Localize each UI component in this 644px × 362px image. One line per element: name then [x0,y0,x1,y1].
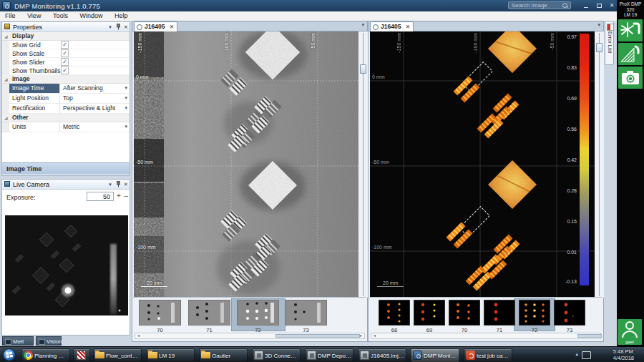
chevron-down-icon[interactable]: ▾ [125,105,127,111]
taskbar-item-flow-control[interactable]: Flow_control-FA... [93,348,142,362]
pin-icon[interactable] [114,181,122,187]
tab-j16405-gray[interactable]: J16405 ✕ [134,21,177,31]
chevron-down-icon[interactable]: ▾ [125,85,127,91]
show-thumbnails-checkbox[interactable]: ✓ [61,67,69,74]
close-tab-icon[interactable]: ✕ [170,24,174,30]
search-input[interactable] [508,1,571,9]
thumbnail-layer-71[interactable] [484,300,515,326]
laser-status-button[interactable] [618,19,643,41]
colorbar-label: 0.28 [557,188,577,193]
thumbnail-layer-70[interactable] [449,300,480,326]
property-status-bar: Image Time [2,162,130,175]
show-grid-checkbox[interactable]: ✓ [61,41,69,49]
rectification-mode-select[interactable]: Perspective & Light [59,104,131,113]
ruler-left-label: -100 mm [372,245,392,250]
tab-j16405-heat[interactable]: J16405 ✕ [370,21,414,31]
menu-view[interactable]: View [22,11,46,20]
taskbar-item-dmp-monitoring[interactable]: DMP Monitoring ... [411,348,459,362]
scroll-left-icon[interactable]: ◄ [137,333,140,338]
tab-melt-pool[interactable]: Melt Pool [2,336,34,346]
show-scale-checkbox[interactable]: ✓ [61,49,69,57]
tab-vision[interactable]: Vision [36,336,62,346]
scroll-left-icon[interactable]: ◄ [373,333,376,338]
close-window-button[interactable]: ✕ [607,1,617,9]
recoater-status-button[interactable] [618,43,643,65]
live-camera-panel: Live Camera ▾ ✕ Exposure: 50 + – [1,179,130,336]
section-image[interactable]: ◢Image [2,75,130,84]
light-position-select[interactable]: Top [59,94,131,103]
scrollbar-thumb[interactable] [275,334,360,338]
taskbar-item-gautier[interactable]: Gautier [199,348,248,362]
section-other[interactable]: ◢Other [2,114,130,122]
pane-options-icon[interactable]: ▾ [361,22,364,28]
camera-status-button[interactable] [618,67,643,89]
powerpoint-icon [466,351,475,360]
thumbnail-layer-71[interactable] [188,300,230,326]
thumbnail-strip-gray: 70 71 72 73 ◄ ► [133,297,366,341]
thumbnail-scrollbar-gray[interactable]: ◄ ► [135,333,365,339]
close-panel-icon[interactable]: ✕ [122,181,130,187]
ruler-top-label: -150 mm [137,33,142,53]
taskbar-item-unlabeled[interactable] [73,348,90,362]
chevron-down-icon[interactable]: ▾ [125,95,127,101]
scrollbar-thumb[interactable] [577,334,602,338]
taskbar-item-dmp-deposition[interactable]: DMP Deposition -... [305,348,353,362]
live-camera-feed[interactable] [5,215,128,315]
exposure-decrease-button[interactable]: – [122,192,130,201]
pane-options-icon[interactable]: ▾ [597,22,600,28]
menu-window[interactable]: Window [74,11,107,20]
exposure-input[interactable]: 50 [87,192,114,201]
taskbar-item-3dconnect[interactable]: 3D Connect v1.0.0... [252,348,301,362]
panel-menu-icon[interactable]: ▾ [107,181,114,187]
show-slider-checkbox[interactable]: ✓ [61,58,69,66]
panel-menu-icon[interactable]: ▾ [107,24,114,30]
thumbnail-scrollbar-heat[interactable]: ◄ ► [371,333,601,339]
user-button[interactable]: gael [618,319,642,345]
taskbar-item-test-job-capture[interactable]: test job capture.p... [464,348,512,362]
thumbnail-layer-73[interactable] [554,300,585,326]
thumbnail-layer-70[interactable] [139,300,181,326]
thumbnail-layer-72[interactable] [519,300,550,326]
image-time-select[interactable]: After Scanning [59,84,131,93]
menu-help[interactable]: Help [109,11,133,20]
error-list-tab[interactable]: Error List [605,21,614,65]
thumbnail-layer-69[interactable] [414,300,445,326]
close-tab-icon[interactable]: ✕ [406,24,410,30]
start-button[interactable] [3,348,16,361]
layer-slider-gray[interactable] [358,31,368,298]
maximize-button[interactable] [594,1,604,9]
search-icon[interactable] [562,3,567,8]
section-display[interactable]: ◢Display [2,32,130,41]
menu-tools[interactable]: Tools [48,11,73,20]
units-select[interactable]: Metric [59,122,131,132]
close-panel-icon[interactable]: ✕ [122,24,130,30]
chevron-down-icon[interactable]: ▾ [125,124,127,129]
pin-icon[interactable] [114,24,122,30]
thumbnail-layer-72[interactable] [237,300,279,326]
taskbar-item-planning[interactable]: Planning DMP En... [21,348,70,362]
scan-image-gray[interactable] [134,31,358,298]
collapse-icon: ◢ [4,33,8,41]
slider-track[interactable] [599,33,600,296]
menu-file[interactable]: File [0,11,21,20]
document-tab-bar: J16405 ✕ ▾ [369,21,603,31]
thumbnail-strip-heat: 68 69 70 71 72 73 ◄ ► [369,297,602,341]
folder-icon [148,352,157,358]
taskbar-item-lm19[interactable]: LM 19 [146,348,195,362]
ruler-left-label: 0 mm [136,74,149,79]
layer-slider-heat[interactable] [595,31,604,298]
taskbar-item-j16405-lmj[interactable]: J16405.lmj - DMP ... [358,348,406,362]
rectification-mode-label: Rectification Mode [9,104,59,113]
scan-image-heat[interactable] [370,31,595,298]
thumbnail-layer-73[interactable] [285,300,327,326]
slider-handle[interactable] [596,43,602,52]
taskbar-clock[interactable]: 5:48 PM 4/4/2018 [613,349,634,361]
tray-expand-icon[interactable]: ▴ [575,351,578,357]
minimize-button[interactable] [581,1,591,9]
thumbnail-layer-68[interactable] [379,300,410,326]
exposure-increase-button[interactable]: + [115,192,122,201]
tray-monitor-icon[interactable] [582,351,591,359]
slider-handle[interactable] [360,64,366,74]
image-time-label[interactable]: Image Time [9,84,59,93]
properties-title: Properties [13,24,42,31]
